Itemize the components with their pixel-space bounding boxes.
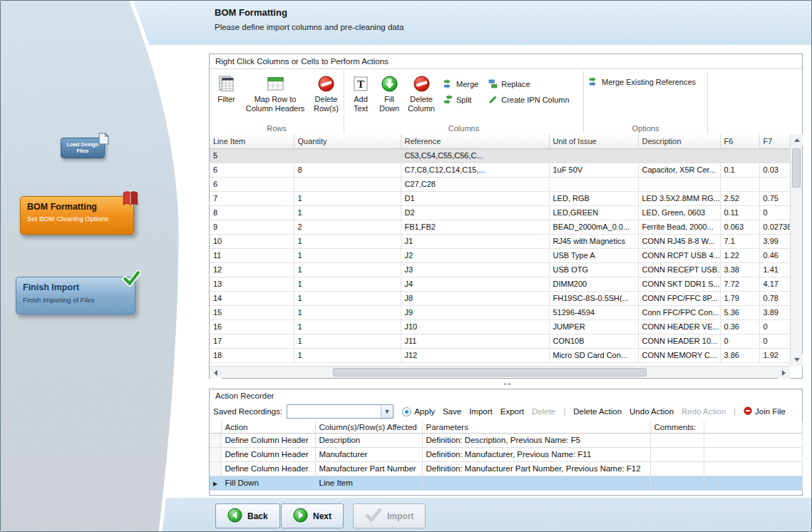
grid-cell[interactable]: 0.1 [720,163,759,177]
action-cell[interactable] [650,433,704,447]
split-button[interactable]: Split [438,92,483,108]
grid-cell[interactable]: J8 [401,291,549,305]
grid-cell[interactable]: 1 [294,248,401,262]
grid-cell[interactable]: J1 [401,234,549,248]
grid-cell[interactable]: RJ45 with Magnetics [549,234,638,248]
grid-cell[interactable]: 0 [759,205,791,220]
grid-cell[interactable]: Conn FFC/FPC Con... [638,305,720,319]
current-row-marker[interactable] [210,476,221,490]
grid-cell[interactable]: 0.46 [759,248,791,262]
grid-cell[interactable]: 12 [210,262,294,277]
grid-cell[interactable]: 0.063 [720,220,759,234]
vertical-scroll-thumb[interactable] [792,148,801,188]
grid-cell[interactable]: 15 [210,305,294,319]
grid-cell[interactable]: DIMM200 [549,277,638,291]
grid-cell[interactable]: J4 [401,277,549,291]
grid-cell[interactable]: 8 [210,205,294,220]
grid-cell[interactable]: J3 [401,262,549,277]
column-header[interactable]: Unit of Issue [549,134,638,148]
combo-dropdown-button[interactable] [381,405,393,418]
grid-cell[interactable]: 1 [294,319,401,334]
grid-cell[interactable]: 5.36 [720,305,759,319]
grid-cell[interactable]: 11 [210,248,294,262]
grid-cell[interactable]: 0.75 [759,191,791,205]
table-row[interactable]: 101J1RJ45 with MagneticsCONN RJ45 8-8 W.… [210,234,791,248]
grid-cell[interactable]: D1 [401,191,549,205]
scroll-right-button[interactable] [778,367,790,379]
grid-cell[interactable]: 7 [210,191,294,205]
add-text-button[interactable]: T Add Text [347,73,374,113]
grid-cell[interactable]: 3.89 [759,305,791,319]
grid-cell[interactable]: 1.22 [720,248,759,262]
column-header[interactable]: F6 [720,134,759,148]
grid-cell[interactable]: C27,C28 [401,177,549,191]
save-command[interactable]: Save [443,407,461,416]
table-row[interactable]: 131J4DIMM200CONN SKT DDR1 S...7.724.17 [210,277,791,291]
merge-button[interactable]: Merge [438,76,483,92]
filter-button[interactable]: Filter [212,73,240,104]
table-row[interactable]: 181J12Micro SD Card Con...CONN MEMORY C.… [210,348,791,362]
grid-cell[interactable]: 1 [294,191,401,205]
redo-action-command[interactable]: Redo Action [682,407,726,416]
grid-cell[interactable] [638,148,720,163]
vertical-scrollbar[interactable] [790,134,802,366]
grid-cell[interactable]: 0.78 [759,291,791,305]
delete-column-button[interactable]: Delete Column [404,73,438,113]
grid-cell[interactable]: 3.99 [759,234,791,248]
grid-cell[interactable]: 1 [294,305,401,319]
next-button[interactable]: Next [281,503,344,528]
table-row[interactable]: 161J10JUMPERCONN HEADER VE...0.360 [210,319,791,334]
import-button[interactable]: Import [353,503,426,528]
grid-cell[interactable]: 13 [210,277,294,291]
grid-cell[interactable]: 5 [210,148,294,163]
grid-cell[interactable]: 16 [210,319,294,334]
grid-cell[interactable]: 7.72 [720,277,759,291]
grid-cell[interactable]: FH19SC-8S-0.5SH(... [549,291,638,305]
row-selector[interactable] [210,461,221,476]
grid-cell[interactable]: USB OTG [549,262,638,277]
column-header[interactable]: Description [638,134,720,148]
horizontal-scroll-thumb[interactable] [333,368,647,377]
apply-radio[interactable] [402,407,411,416]
table-row[interactable]: 171J11CON10BCONN HEADER 10...00 [210,334,791,348]
grid-cell[interactable]: J12 [401,348,549,362]
grid-cell[interactable]: 4.17 [759,277,791,291]
grid-cell[interactable] [759,148,791,163]
table-row[interactable]: 141J8FH19SC-8S-0.5SH(...CONN FPC/FFC 8P.… [210,291,791,305]
replace-button[interactable]: Replace [483,76,574,92]
grid-cell[interactable]: 10 [210,234,294,248]
wizard-step-bom-formatting[interactable]: BOM Formatting Set BOM Cleaning Options [20,196,134,235]
grid-cell[interactable]: 1.92 [759,348,791,362]
table-row[interactable]: 68C7,C8,C12,C14,C15,...1uF 50VCapacitor,… [210,163,791,177]
action-cell[interactable]: Definition: Manufacturer Part Number, Pr… [422,461,650,476]
back-button[interactable]: Back [215,503,280,528]
action-row[interactable]: Fill DownLine Item [210,476,802,490]
grid-cell[interactable]: CONN MEMORY C... [638,348,720,362]
import-command[interactable]: Import [469,407,493,416]
grid-cell[interactable]: 2 [294,220,401,234]
grid-cell[interactable]: 3.38 [720,262,759,277]
grid-cell[interactable]: 7.1 [720,234,759,248]
table-row[interactable]: 121J3USB OTGCONN RECEPT USB...3.381.41 [210,262,791,277]
grid-cell[interactable]: CONN RJ45 8-8 W... [638,234,720,248]
grid-cell[interactable]: 1 [294,277,401,291]
table-row[interactable]: 71D1LED, RGBLED 3.5X2.8MM RG...2.520.75 [210,191,791,205]
grid-cell[interactable]: 2.52 [720,191,759,205]
action-cell[interactable]: Definition: Description, Previous Name: … [422,433,650,447]
grid-cell[interactable]: CON10B [549,334,638,348]
grid-cell[interactable] [549,177,638,191]
grid-cell[interactable]: Ferrite Bead, 2000... [638,220,720,234]
grid-cell[interactable]: FB1,FB2 [401,220,549,234]
create-ipn-column-button[interactable]: Create IPN Column [483,92,574,108]
merge-existing-references-button[interactable]: Merge Existing References [584,74,707,90]
grid-cell[interactable]: 1 [294,262,401,277]
grid-cell[interactable]: CONN FPC/FFC 8P... [638,291,720,305]
grid-cell[interactable]: 1 [294,348,401,362]
table-row[interactable]: 111J2USB Type ACONN RCPT USB 4...1.220.4… [210,248,791,262]
grid-cell[interactable]: Micro SD Card Con... [549,348,638,362]
table-row[interactable]: 151J951296-4594Conn FFC/FPC Con...5.363.… [210,305,791,319]
fill-down-button[interactable]: Fill Down [374,73,404,113]
splitter-handle[interactable] [500,382,514,386]
grid-cell[interactable] [759,177,791,191]
delete-rows-button[interactable]: Delete Row(s) [310,73,342,113]
